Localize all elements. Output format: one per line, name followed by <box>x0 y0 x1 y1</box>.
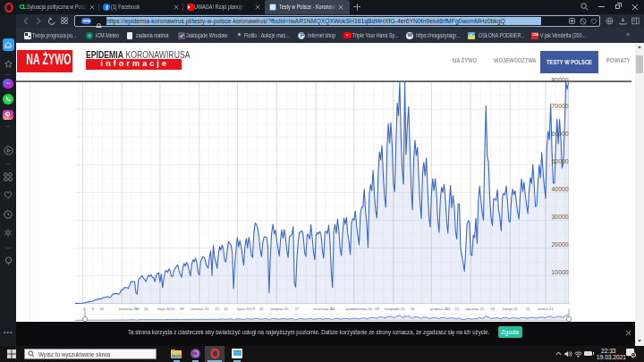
svg-text:17: 17 <box>295 307 300 311</box>
svg-text:stycznia 21: stycznia 21 <box>465 307 485 311</box>
svg-text:20: 20 <box>259 307 264 311</box>
svg-text:9: 9 <box>92 307 95 311</box>
svg-text:14: 14 <box>330 307 335 311</box>
svg-text:30000: 30000 <box>552 214 569 220</box>
svg-text:40000: 40000 <box>552 186 569 192</box>
svg-text:10000: 10000 <box>552 269 569 275</box>
svg-text:19: 19 <box>375 307 379 311</box>
svg-text:lipca 20: lipca 20 <box>237 307 250 311</box>
svg-text:16: 16 <box>411 307 415 311</box>
svg-text:sierpnia 20: sierpnia 20 <box>270 307 289 311</box>
svg-text:maja 20: maja 20 <box>157 307 172 311</box>
svg-text:18: 18 <box>180 307 184 311</box>
svg-text:22: 22 <box>224 307 228 311</box>
svg-text:czerwca 20: czerwca 20 <box>190 307 209 311</box>
svg-text:21: 21 <box>454 307 459 311</box>
svg-text:15: 15 <box>215 307 219 311</box>
svg-text:lutego 21: lutego 21 <box>503 307 519 311</box>
svg-text:70000: 70000 <box>552 103 569 109</box>
svg-text:20000: 20000 <box>552 241 569 248</box>
svg-text:60000: 60000 <box>552 130 569 137</box>
svg-text:20: 20 <box>144 307 148 311</box>
svg-text:15: 15 <box>526 307 530 311</box>
svg-text:18: 18 <box>490 307 495 311</box>
svg-text:marca 21: marca 21 <box>538 307 554 311</box>
svg-text:11: 11 <box>171 307 175 311</box>
svg-text:50000: 50000 <box>552 158 569 164</box>
svg-text:października 20: października 20 <box>346 307 373 311</box>
svg-text:16: 16 <box>99 307 104 311</box>
svg-text:13: 13 <box>250 307 255 311</box>
svg-text:listopada 20: listopada 20 <box>385 307 405 311</box>
svg-text:80000: 80000 <box>552 77 569 83</box>
svg-text:13: 13 <box>135 307 140 311</box>
svg-text:14: 14 <box>445 307 450 311</box>
